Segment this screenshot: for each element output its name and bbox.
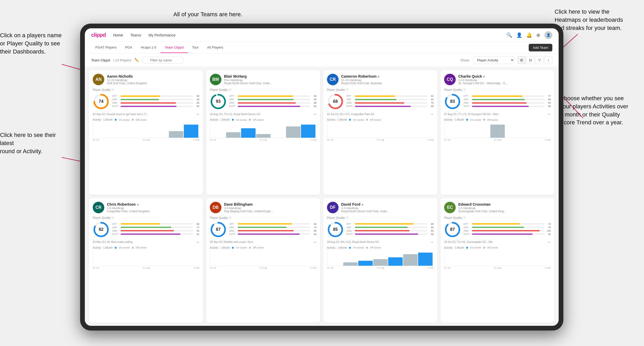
bar-label: PUTT <box>229 105 237 108</box>
player-name[interactable]: Aaron Nicholls <box>107 74 199 78</box>
player-info: Charlie Quick ✔ 6-10 Handicap St. George… <box>458 74 551 85</box>
quality-bars: OTT 60 APP 58 ARG 84 PUTT 85 <box>112 95 199 108</box>
bar-value: 85 <box>428 105 434 108</box>
bar-value: 60 <box>194 95 199 97</box>
bar-value: 83 <box>546 102 551 104</box>
player-avatar: EC <box>444 202 456 213</box>
list-view-button[interactable]: ⊟ <box>527 56 534 64</box>
quality-section[interactable]: 87 OTT 73 APP 79 ARG 103 PUTT 92 <box>444 221 551 238</box>
bell-icon[interactable]: 🔔 <box>526 32 532 38</box>
chart-labels: 31 Jul21 Aug4 Sep <box>93 267 199 269</box>
player-count: | 14 Players <box>113 58 131 62</box>
bar-label: APP <box>464 226 471 229</box>
player-header: EC Edward Crossman 1-5 Handicap Sunningd… <box>444 202 551 213</box>
player-card[interactable]: CR Chris Robertson ✔ 1-5 Handicap Craigm… <box>89 198 203 323</box>
player-avatar: DB <box>210 202 221 213</box>
nav-teams[interactable]: Teams <box>130 32 141 38</box>
player-name[interactable]: Edward Crossman <box>458 202 551 206</box>
player-avatar: CR <box>327 74 339 85</box>
latest-round[interactable]: 18 Jul 23 | 74 (+4), Sunningdale GC - Ol… <box>444 240 551 244</box>
player-name[interactable]: Chris Robertson ✔ <box>107 202 199 206</box>
quality-label: Player Quality ⓘ <box>210 216 316 220</box>
player-card[interactable]: CQ Charlie Quick ✔ 6-10 Handicap St. Geo… <box>440 70 554 195</box>
top-nav: clippd Home Teams My Performance 🔍 👤 🔔 ⊕… <box>85 28 559 42</box>
tab-hcaps[interactable]: Hcaps 1-5 <box>137 42 160 53</box>
nav-my-performance[interactable]: My Performance <box>148 32 175 38</box>
activity-header: Activity · 1 Month On course Off course <box>327 246 434 249</box>
latest-round[interactable]: 04 Sep 23 | Mobility with coach, Gym → <box>210 240 316 244</box>
tab-pga[interactable]: PGA <box>121 42 136 53</box>
player-name[interactable]: Dave Billingham <box>224 202 316 206</box>
quality-bars: OTT 89 APP 80 ARG 83 PUTT 96 <box>346 223 434 236</box>
player-header: CQ Charlie Quick ✔ 6-10 Handicap St. Geo… <box>444 74 551 85</box>
latest-round[interactable]: 26 Aug 23 | 73 (+1), Royal North Devon G… <box>210 112 316 116</box>
latest-round[interactable]: 07 Aug 23 | 77 (+7), St George's Hill GC… <box>444 112 551 116</box>
quality-section[interactable]: 93 OTT 84 APP 85 ARG 88 PUTT 95 <box>210 93 316 110</box>
chart-labels: 31 Jul21 Aug4 Sep <box>93 139 199 141</box>
activity-section: Activity · 1 Month On course Off course … <box>210 118 316 141</box>
show-label: Show: <box>460 58 470 62</box>
callout-teams: All of your Teams are here. <box>173 10 242 19</box>
tab-team-clippd[interactable]: Team Clippd <box>160 42 188 53</box>
player-info: Blair McHarg Plus Handicap Royal North D… <box>224 74 316 85</box>
bar-label: ARG <box>229 230 237 232</box>
player-card[interactable]: DB Dave Billingham 1-5 Handicap Sog Magi… <box>206 198 320 323</box>
player-card[interactable]: CR Cameron Robertson ✔ 11-15 Handicap Ro… <box>323 70 437 195</box>
filter-input[interactable] <box>142 57 184 64</box>
chart-labels: 31 Jul21 Aug4 Sep <box>210 267 316 269</box>
player-handicap: 6-10 Handicap <box>458 78 551 82</box>
callout-heatmaps: Click here to view the Heatmaps or leade… <box>555 8 623 32</box>
quality-section[interactable]: 74 OTT 60 APP 58 ARG 84 PUTT 85 <box>93 93 199 110</box>
activity-section: Activity · 1 Month On course Off course … <box>327 118 434 141</box>
quality-label: Player Quality ⓘ <box>327 216 434 220</box>
latest-round[interactable]: 02 Sep 23 | Sunset round to get back int… <box>93 112 199 116</box>
tab-tour[interactable]: Tour <box>188 42 203 53</box>
settings-icon[interactable]: ⊕ <box>536 32 540 38</box>
quality-label: Player Quality ⓘ <box>93 88 199 92</box>
sort-button[interactable]: ↕ <box>544 56 552 64</box>
activity-header: Activity · 1 Month On course Off course <box>93 118 199 121</box>
player-name[interactable]: Charlie Quick ✔ <box>458 74 551 78</box>
bar-label: PUTT <box>229 233 237 236</box>
player-name[interactable]: Blair McHarg <box>224 74 316 78</box>
player-name[interactable]: Cameron Robertson ✔ <box>341 74 434 78</box>
show-select[interactable]: Player Activity Quality Score Trend <box>473 56 515 64</box>
callout-activities: Choose whether you see your players Acti… <box>560 94 628 127</box>
player-card[interactable]: EC Edward Crossman 1-5 Handicap Sunningd… <box>440 198 554 323</box>
tab-pgat-players[interactable]: PGAT Players <box>91 42 121 53</box>
chart-labels: 31 Jul21 Aug4 Sep <box>327 139 434 141</box>
player-card[interactable]: AN Aaron Nicholls 11-15 Handicap Drift G… <box>89 70 203 195</box>
player-club: Craigmillar Park, United Kingdom <box>107 210 157 213</box>
player-card[interactable]: DF David Ford ✔ 1-5 Handicap Royal North… <box>323 198 437 323</box>
svg-text:83: 83 <box>450 99 455 104</box>
bar-value: 81 <box>194 230 199 232</box>
player-handicap: 11-15 Handicap <box>341 78 434 82</box>
edit-icon[interactable]: ✏️ <box>134 58 139 62</box>
quality-label: Player Quality ⓘ <box>210 88 316 92</box>
user-icon[interactable]: 👤 <box>516 32 522 38</box>
tab-all-players[interactable]: All Players <box>203 42 227 53</box>
search-icon[interactable]: 🔍 <box>506 32 512 38</box>
quality-section[interactable]: 83 OTT 77 APP 80 ARG 83 PUTT 86 <box>444 93 551 110</box>
quality-bars: OTT 84 APP 85 ARG 88 PUTT 95 <box>229 95 316 108</box>
add-team-button[interactable]: Add Team <box>529 44 552 51</box>
quality-bars: OTT 82 APP 74 ARG 85 PUTT 94 <box>229 223 316 236</box>
player-name[interactable]: David Ford ✔ <box>341 202 434 206</box>
grid-view-button[interactable]: ⊞ <box>518 56 526 64</box>
nav-home[interactable]: Home <box>113 32 123 38</box>
player-info: Edward Crossman 1-5 Handicap Sunningdale… <box>458 202 551 213</box>
player-info: Cameron Robertson ✔ 11-15 Handicap Royal… <box>341 74 434 85</box>
quality-section[interactable]: 82 OTT 60 APP 77 ARG 81 PUTT 91 <box>93 221 199 238</box>
activity-section: Activity · 1 Month On course Off course … <box>210 246 316 269</box>
player-card[interactable]: BM Blair McHarg Plus Handicap Royal Nort… <box>206 70 320 195</box>
latest-round[interactable]: 26 Aug 23 | 84 (+12), Royal North Devon … <box>327 240 434 244</box>
latest-round[interactable]: 03 Mar 23 | 19, Must make putting → <box>93 240 199 244</box>
quality-section[interactable]: 87 OTT 82 APP 74 ARG 85 PUTT 94 <box>210 221 316 238</box>
filter-button[interactable]: ▽ <box>536 56 543 64</box>
quality-bars: OTT 61 APP 63 ARG 75 PUTT 85 <box>346 95 434 108</box>
quality-section[interactable]: 68 OTT 61 APP 63 ARG 75 PUTT 85 <box>327 93 434 110</box>
latest-round[interactable]: 02 Jul 23 | 59 (+17), Craigmillar Park G… <box>327 112 434 116</box>
bar-value: 94 <box>311 233 316 236</box>
quality-section[interactable]: 85 OTT 89 APP 80 ARG 83 PUTT 96 <box>327 221 434 238</box>
avatar[interactable]: 👤 <box>544 31 552 39</box>
